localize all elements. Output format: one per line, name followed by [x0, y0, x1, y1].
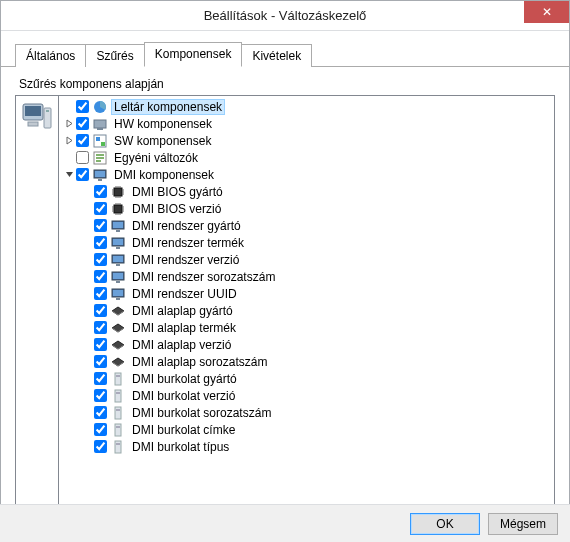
case-icon [110, 388, 126, 404]
tree-checkbox[interactable] [76, 134, 89, 147]
expander-spacer [81, 339, 93, 351]
tree-label: DMI burkolat gyártó [130, 372, 239, 386]
expander-spacer [81, 271, 93, 283]
svg-rect-27 [113, 273, 123, 279]
tree-checkbox[interactable] [94, 185, 107, 198]
tree-checkbox[interactable] [94, 270, 107, 283]
tree-row[interactable]: DMI BIOS gyártó [59, 183, 554, 200]
expander-spacer [81, 356, 93, 368]
pie-icon [92, 99, 108, 115]
close-icon: ✕ [542, 5, 552, 19]
tree-checkbox[interactable] [76, 151, 89, 164]
tree-checkbox[interactable] [94, 236, 107, 249]
board-icon [110, 303, 126, 319]
tree-row[interactable]: Leltár komponensek [59, 98, 554, 115]
svg-rect-4 [28, 122, 38, 126]
monitor-icon [110, 252, 126, 268]
chevron-right-icon[interactable] [63, 118, 75, 130]
case-icon [110, 422, 126, 438]
group-label: Szűrés komponens alapján [19, 77, 555, 91]
tree-row[interactable]: DMI komponensek [59, 166, 554, 183]
component-tree[interactable]: Leltár komponensekHW komponensekSW kompo… [58, 96, 554, 514]
tree-row[interactable]: DMI burkolat címke [59, 421, 554, 438]
dialog-footer: OK Mégsem [0, 504, 570, 542]
cancel-button[interactable]: Mégsem [488, 513, 558, 535]
tree-checkbox[interactable] [94, 253, 107, 266]
svg-rect-7 [97, 128, 103, 130]
svg-rect-31 [116, 298, 120, 300]
svg-rect-32 [115, 373, 121, 385]
svg-rect-25 [116, 264, 120, 266]
chip-icon [110, 201, 126, 217]
svg-rect-14 [98, 179, 102, 181]
expander-spacer [81, 407, 93, 419]
svg-rect-28 [116, 281, 120, 283]
tree-checkbox[interactable] [94, 219, 107, 232]
board-icon [110, 354, 126, 370]
tree-row[interactable]: HW komponensek [59, 115, 554, 132]
tree-row[interactable]: DMI burkolat típus [59, 438, 554, 455]
tree-label: DMI burkolat verzió [130, 389, 237, 403]
tree-label: DMI rendszer UUID [130, 287, 239, 301]
tree-label: DMI burkolat címke [130, 423, 237, 437]
tree-checkbox[interactable] [76, 117, 89, 130]
tree-row[interactable]: DMI alaplap termék [59, 319, 554, 336]
tree-row[interactable]: DMI rendszer sorozatszám [59, 268, 554, 285]
tab-szűrés[interactable]: Szűrés [85, 44, 144, 67]
svg-rect-33 [116, 375, 120, 377]
tree-checkbox[interactable] [94, 389, 107, 402]
tree-checkbox[interactable] [94, 440, 107, 453]
tree-row[interactable]: DMI BIOS verzió [59, 200, 554, 217]
tab-általános[interactable]: Általános [15, 44, 86, 67]
svg-rect-15 [114, 188, 122, 196]
tree-row[interactable]: DMI rendszer termék [59, 234, 554, 251]
svg-rect-3 [46, 110, 49, 112]
tree-checkbox[interactable] [94, 287, 107, 300]
expander-spacer [81, 254, 93, 266]
svg-rect-19 [116, 230, 120, 232]
tree-row[interactable]: DMI alaplap verzió [59, 336, 554, 353]
tree-checkbox[interactable] [94, 423, 107, 436]
ok-button[interactable]: OK [410, 513, 480, 535]
tree-label: SW komponensek [112, 134, 213, 148]
tree-checkbox[interactable] [94, 321, 107, 334]
tab-komponensek[interactable]: Komponensek [144, 42, 243, 67]
expander-spacer [81, 322, 93, 334]
monitor-icon [110, 235, 126, 251]
hw-icon [92, 116, 108, 132]
tree-row[interactable]: DMI burkolat sorozatszám [59, 404, 554, 421]
tree-label: Egyéni változók [112, 151, 200, 165]
svg-rect-18 [113, 222, 123, 228]
svg-rect-37 [116, 409, 120, 411]
tree-row[interactable]: DMI rendszer verzió [59, 251, 554, 268]
svg-rect-22 [116, 247, 120, 249]
tree-row[interactable]: DMI burkolat gyártó [59, 370, 554, 387]
tree-row[interactable]: DMI alaplap gyártó [59, 302, 554, 319]
tree-row[interactable]: DMI rendszer gyártó [59, 217, 554, 234]
tree-row[interactable]: DMI burkolat verzió [59, 387, 554, 404]
tree-row[interactable]: DMI rendszer UUID [59, 285, 554, 302]
tree-checkbox[interactable] [94, 202, 107, 215]
tree-checkbox[interactable] [76, 168, 89, 181]
tab-label: Kivételek [252, 49, 301, 63]
expander-spacer [81, 305, 93, 317]
expander-spacer [81, 424, 93, 436]
tab-kivételek[interactable]: Kivételek [241, 44, 312, 67]
close-button[interactable]: ✕ [524, 1, 569, 23]
tree-checkbox[interactable] [94, 406, 107, 419]
custom-icon [92, 150, 108, 166]
chevron-down-icon[interactable] [63, 169, 75, 181]
tree-checkbox[interactable] [94, 304, 107, 317]
tree-row[interactable]: DMI alaplap sorozatszám [59, 353, 554, 370]
tree-row[interactable]: Egyéni változók [59, 149, 554, 166]
tree-checkbox[interactable] [76, 100, 89, 113]
tree-row[interactable]: SW komponensek [59, 132, 554, 149]
tree-label: DMI burkolat típus [130, 440, 231, 454]
chevron-right-icon[interactable] [63, 135, 75, 147]
tree-checkbox[interactable] [94, 355, 107, 368]
svg-rect-36 [115, 407, 121, 419]
svg-rect-21 [113, 239, 123, 245]
tree-checkbox[interactable] [94, 372, 107, 385]
tree-checkbox[interactable] [94, 338, 107, 351]
tab-label: Komponensek [155, 47, 232, 61]
